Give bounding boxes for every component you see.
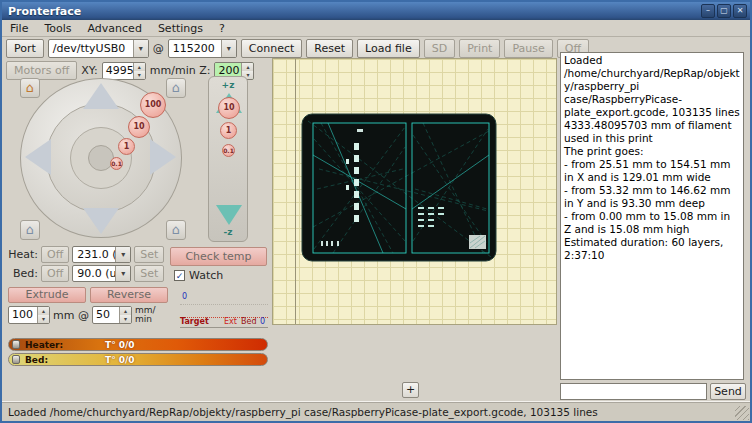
home-all-icon[interactable]: ⌂ xyxy=(20,78,40,98)
window-title: Pronterface xyxy=(2,5,81,18)
resize-grip[interactable] xyxy=(735,406,749,420)
jog-minus-y-arrow-icon[interactable] xyxy=(83,208,119,234)
bed-temp-combo[interactable]: 90.0 (u ▾ xyxy=(72,265,131,282)
port-button[interactable]: Port xyxy=(6,39,44,58)
log-line: Loaded /home/churchyard/RepRap/objekty/r… xyxy=(564,54,740,119)
statusbar-text: Loaded /home/churchyard/RepRap/objekty/r… xyxy=(2,406,598,418)
log-line: The print goes: xyxy=(564,145,740,158)
extrude-amount-row: 100 ▴▾ mm @ 50 ▴▾ mm/ min xyxy=(8,306,156,324)
connect-button[interactable]: Connect xyxy=(241,39,302,58)
bed-label: Bed: xyxy=(8,267,38,280)
reverse-button[interactable]: Reverse xyxy=(90,287,168,303)
plus-z-label: +z xyxy=(209,80,247,90)
port-combo-value: /dev/ttyUSB0 xyxy=(49,40,133,57)
menubar: File Tools Advanced Settings ? xyxy=(2,20,750,37)
jog-minus-x-arrow-icon[interactable] xyxy=(25,139,51,175)
spin-up-icon[interactable]: ▴ xyxy=(134,63,145,71)
menu-advanced[interactable]: Advanced xyxy=(80,21,150,36)
graph-zero-top: 0 xyxy=(182,293,187,301)
spin-down-icon[interactable]: ▾ xyxy=(38,315,49,323)
mm-at-label: mm @ xyxy=(53,309,89,322)
command-input[interactable] xyxy=(560,383,707,400)
gcode-viewer-canvas[interactable] xyxy=(272,58,557,325)
extrude-amount-stepper[interactable]: 100 ▴▾ xyxy=(8,306,50,324)
titlebar[interactable]: Pronterface – ▢ ✕ xyxy=(2,2,750,20)
jog-plus-y-arrow-icon[interactable] xyxy=(83,83,119,109)
chevron-down-icon[interactable]: ▾ xyxy=(115,247,130,262)
heat-temp-value: 231.0 ( xyxy=(73,247,115,262)
z-distance-0.1[interactable]: 0.1 xyxy=(222,144,235,157)
load-file-button[interactable]: Load file xyxy=(357,39,420,58)
log-line: - from 25.51 mm to 154.51 mm in X and is… xyxy=(564,158,740,184)
menu-tools[interactable]: Tools xyxy=(36,21,79,36)
heater-gauge-knob[interactable] xyxy=(12,340,20,349)
xy-distance-10[interactable]: 10 xyxy=(128,116,150,138)
stepper-arrows[interactable]: ▴▾ xyxy=(119,307,131,323)
print-button[interactable]: Print xyxy=(459,39,500,58)
spin-down-icon[interactable]: ▾ xyxy=(120,315,131,323)
heat-temp-combo[interactable]: 231.0 ( ▾ xyxy=(72,246,131,263)
xy-jog-pad: ⌂ ⌂ ⌂ ⌂ 100 10 1 0.1 xyxy=(18,76,188,242)
z-distance-10[interactable]: 10 xyxy=(218,97,240,119)
reset-button[interactable]: Reset xyxy=(306,39,353,58)
port-combo[interactable]: /dev/ttyUSB0 ▾ xyxy=(48,39,149,58)
log-line: - from 53.32 mm to 146.62 mm in Y and is… xyxy=(564,184,740,210)
menu-help[interactable]: ? xyxy=(211,21,233,36)
log-line: 4333.48095703 mm of filament used in thi… xyxy=(564,119,740,145)
menu-file[interactable]: File xyxy=(2,21,36,36)
watch-checkbox[interactable]: ✓ xyxy=(174,270,185,281)
send-button[interactable]: Send xyxy=(710,383,746,400)
heater-gauge-slider[interactable]: Heater: T° 0/0 xyxy=(8,338,268,351)
jog-plus-x-arrow-icon[interactable] xyxy=(150,139,176,175)
stepper-arrows[interactable]: ▴▾ xyxy=(37,307,49,323)
zoom-in-button[interactable]: + xyxy=(402,382,419,398)
xy-distance-1[interactable]: 1 xyxy=(118,138,135,155)
graph-target-label: Target xyxy=(180,318,209,326)
z-down-arrow-icon[interactable] xyxy=(216,205,242,225)
bed-gauge-slider[interactable]: Bed: T° 0/0 xyxy=(8,353,268,366)
minimize-icon[interactable]: – xyxy=(701,4,715,18)
at-label: @ xyxy=(153,42,164,55)
chevron-down-icon[interactable]: ▾ xyxy=(221,40,236,57)
pronterface-window: Pronterface – ▢ ✕ File Tools Advanced Se… xyxy=(0,0,752,423)
watch-label: Watch xyxy=(189,269,223,282)
extrude-button[interactable]: Extrude xyxy=(8,287,86,303)
graph-gridline xyxy=(180,304,268,305)
close-icon[interactable]: ✕ xyxy=(733,4,747,18)
spin-up-icon[interactable]: ▴ xyxy=(120,307,131,315)
xy-distance-0.1[interactable]: 0.1 xyxy=(110,157,123,170)
chevron-down-icon[interactable]: ▾ xyxy=(133,40,148,57)
extrude-speed-value: 50 xyxy=(93,307,119,323)
xy-distance-100[interactable]: 100 xyxy=(140,92,166,118)
extrude-speed-stepper[interactable]: 50 ▴▾ xyxy=(92,306,132,324)
check-temp-button[interactable]: Check temp xyxy=(170,247,267,266)
bed-gauge-label: Bed: xyxy=(25,355,48,365)
bed-off-button[interactable]: Off xyxy=(41,265,69,282)
bed-set-button[interactable]: Set xyxy=(134,265,164,282)
z-distance-1[interactable]: 1 xyxy=(220,122,237,139)
graph-ext-label: Ext xyxy=(224,318,237,326)
pause-button[interactable]: Pause xyxy=(504,39,552,58)
menu-settings[interactable]: Settings xyxy=(150,21,211,36)
viewer-axis-line xyxy=(295,59,296,324)
toolbar: Port /dev/ttyUSB0 ▾ @ 115200 ▾ Connect R… xyxy=(6,39,589,58)
maximize-icon[interactable]: ▢ xyxy=(717,4,731,18)
minus-z-label: -z xyxy=(209,227,247,237)
bed-gauge-knob[interactable] xyxy=(12,355,20,364)
bed-gauge-value: T° 0/0 xyxy=(105,355,135,365)
gcode-plate-render xyxy=(273,59,556,324)
spin-up-icon[interactable]: ▴ xyxy=(38,307,49,315)
spin-up-icon[interactable]: ▴ xyxy=(242,63,253,71)
chevron-down-icon[interactable]: ▾ xyxy=(115,266,130,281)
log-line: - from 0.00 mm to 15.08 mm in Z and is 1… xyxy=(564,210,740,236)
heat-row: Heat: Off 231.0 ( ▾ Set xyxy=(8,246,164,263)
log-output[interactable]: Loaded /home/churchyard/RepRap/objekty/r… xyxy=(560,52,744,380)
home-x-icon[interactable]: ⌂ xyxy=(20,220,40,240)
home-z-icon[interactable]: ⌂ xyxy=(166,220,186,240)
home-y-icon[interactable]: ⌂ xyxy=(166,78,186,98)
sd-button[interactable]: SD xyxy=(424,39,455,58)
baud-combo[interactable]: 115200 ▾ xyxy=(168,39,237,58)
heat-set-button[interactable]: Set xyxy=(134,246,164,263)
unit-min-label: min xyxy=(135,315,156,324)
heat-off-button[interactable]: Off xyxy=(41,246,69,263)
